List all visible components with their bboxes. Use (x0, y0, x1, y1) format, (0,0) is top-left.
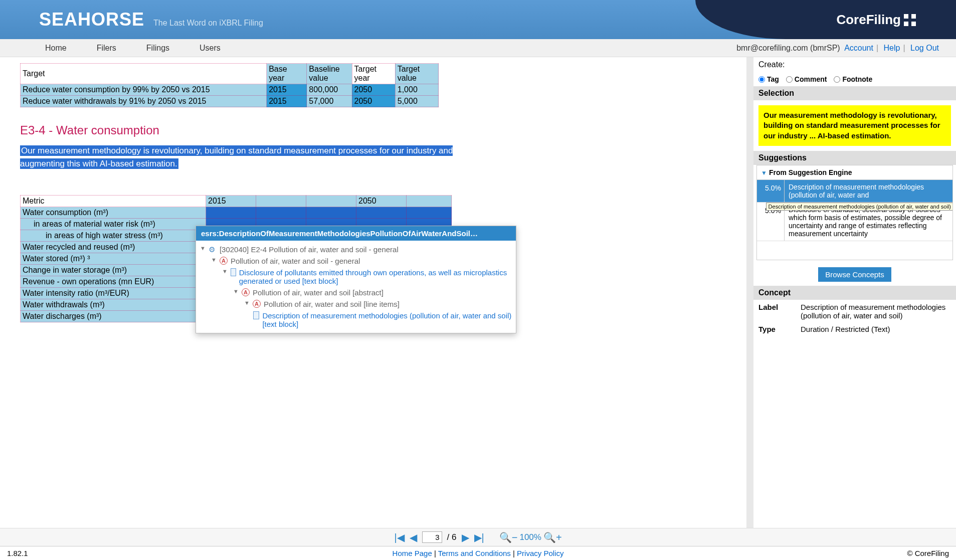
prev-page-button[interactable]: ◀ (410, 531, 417, 543)
help-link[interactable]: Help (884, 44, 900, 52)
create-label: Create: (753, 57, 956, 72)
highlighted-paragraph[interactable]: Our measurement methodology is revolutio… (20, 144, 491, 170)
zoom-in-button[interactable]: 🔍+ (543, 531, 562, 543)
nav-user-area: bmr@corefiling.com (bmrSP) Account| Help… (736, 44, 941, 53)
pager-bar: |◀ ◀ / 6 ▶ ▶| 🔍− 100% 🔍+ (0, 528, 956, 546)
zoom-out-button[interactable]: 🔍− (499, 531, 518, 543)
next-page-button[interactable]: ▶ (462, 531, 469, 543)
abstract-icon: A (220, 257, 228, 265)
targets-table: Target Base year Baseline value Target y… (20, 63, 439, 107)
nav-users[interactable]: Users (200, 44, 221, 53)
account-link[interactable]: Account (844, 44, 873, 52)
section-title: E3-4 - Water consumption (20, 123, 726, 137)
last-page-button[interactable]: ▶| (474, 531, 484, 543)
nav-filers[interactable]: Filers (97, 44, 116, 53)
zoom-level: 100% (519, 532, 541, 542)
nav-filings[interactable]: Filings (146, 44, 169, 53)
brand-name: SEAHORSE (39, 9, 144, 30)
concept-popup: esrs:DescriptionOfMeasurementMethodologi… (196, 226, 516, 333)
footer: 1.82.1 Home Page | Terms and Conditions … (0, 546, 956, 560)
browse-concepts-button[interactable]: Browse Concepts (818, 267, 891, 282)
brand-tagline: The Last Word on iXBRL Filing (153, 19, 263, 28)
th-baseline: Baseline value (307, 64, 352, 84)
concept-tree: ▼⚙[302040] E2-4 Pollution of air, water … (196, 241, 516, 333)
gear-icon: ⚙ (209, 245, 217, 253)
chevron-down-icon[interactable]: ▼ (211, 257, 217, 263)
concept-details: LabelDescription of measurement methodol… (753, 300, 956, 336)
footer-terms[interactable]: Terms and Conditions (438, 549, 511, 557)
table-row[interactable]: Reduce water withdrawals by 91% by 2050 … (21, 96, 439, 107)
suggestions-header: Suggestions (753, 151, 956, 165)
tooltip: Description of measurement methodologies… (766, 203, 953, 211)
chevron-down-icon[interactable]: ▼ (244, 300, 250, 306)
footer-copyright: © CoreFiling (907, 549, 949, 557)
chevron-down-icon[interactable]: ▼ (233, 288, 239, 294)
suggestion-item[interactable]: 5.0% Description of measurement methodol… (757, 180, 952, 203)
th-targetyear: Target year (352, 64, 395, 84)
caret-down-icon: ▼ (761, 169, 767, 176)
document-icon (253, 311, 259, 319)
user-email: bmr@corefiling.com (bmrSP) (736, 44, 840, 52)
footer-privacy[interactable]: Privacy Policy (517, 549, 563, 557)
logout-link[interactable]: Log Out (910, 44, 939, 52)
corefiling-glyph-icon (904, 14, 916, 26)
version: 1.82.1 (7, 549, 28, 557)
radio-tag[interactable]: Tag (758, 75, 779, 83)
chevron-down-icon[interactable]: ▼ (200, 245, 206, 251)
th-target: Target (21, 64, 267, 84)
concept-header: Concept (753, 286, 956, 300)
nav-bar: Home Filers Filings Users bmr@corefiling… (0, 39, 956, 57)
abstract-icon: A (253, 300, 261, 308)
nav-home[interactable]: Home (45, 44, 67, 53)
document-icon (231, 268, 236, 276)
selection-text: Our measurement methodology is revolutio… (758, 105, 951, 146)
th-metric: Metric (21, 196, 206, 207)
popup-title: esrs:DescriptionOfMeasurementMethodologi… (196, 226, 516, 241)
first-page-button[interactable]: |◀ (394, 531, 404, 543)
suggestions-list[interactable]: ▼From Suggestion Engine 5.0% Description… (756, 165, 953, 260)
document-pane[interactable]: Target Base year Baseline value Target y… (0, 57, 753, 528)
selection-header: Selection (753, 86, 956, 100)
suggestion-engine-header[interactable]: ▼From Suggestion Engine (757, 165, 952, 180)
table-row[interactable]: Reduce water consumption by 99% by 2050 … (21, 84, 439, 96)
radio-footnote[interactable]: Footnote (834, 75, 872, 83)
footer-home[interactable]: Home Page (393, 549, 432, 557)
radio-comment[interactable]: Comment (786, 75, 827, 83)
app-header: SEAHORSE The Last Word on iXBRL Filing C… (0, 0, 956, 39)
abstract-icon: A (242, 288, 250, 296)
table-row[interactable]: Water consumption (m³) (21, 207, 452, 219)
side-panel: Create: Tag Comment Footnote Selection O… (753, 57, 956, 528)
chevron-down-icon[interactable]: ▼ (222, 268, 228, 274)
brand: SEAHORSE The Last Word on iXBRL Filing (39, 9, 263, 30)
page-input[interactable] (422, 531, 442, 543)
corefiling-logo: CoreFiling (836, 12, 916, 28)
th-targetval: Target value (395, 64, 438, 84)
th-baseyear: Base year (267, 64, 307, 84)
